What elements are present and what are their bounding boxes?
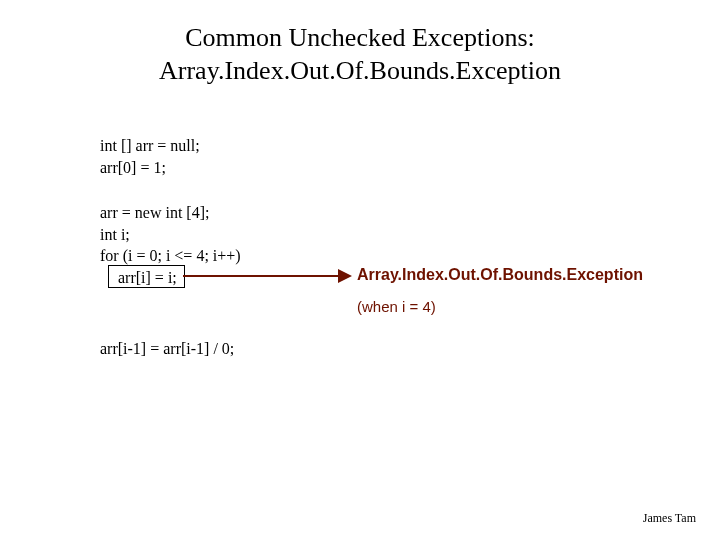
code-line: int i;: [100, 224, 241, 246]
code-block-1: int [] arr = null; arr[0] = 1;: [100, 135, 200, 178]
callout-arrow-head-icon: [338, 269, 352, 283]
highlight-box: [108, 265, 185, 288]
code-line: arr[0] = 1;: [100, 157, 200, 179]
author-footer: James Tam: [643, 511, 696, 526]
slide-title: Common Unchecked Exceptions: Array.Index…: [0, 22, 720, 87]
code-line: int [] arr = null;: [100, 135, 200, 157]
title-line-1: Common Unchecked Exceptions:: [0, 22, 720, 55]
callout-condition: (when i = 4): [357, 298, 436, 315]
code-line: arr = new int [4];: [100, 202, 241, 224]
callout-arrow-line: [183, 275, 340, 277]
code-line: arr[i-1] = arr[i-1] / 0;: [100, 338, 234, 360]
title-line-2: Array.Index.Out.Of.Bounds.Exception: [0, 55, 720, 88]
callout-exception: Array.Index.Out.Of.Bounds.Exception: [357, 266, 643, 284]
code-line: for (i = 0; i <= 4; i++): [100, 245, 241, 267]
code-block-3: arr[i-1] = arr[i-1] / 0;: [100, 338, 234, 360]
